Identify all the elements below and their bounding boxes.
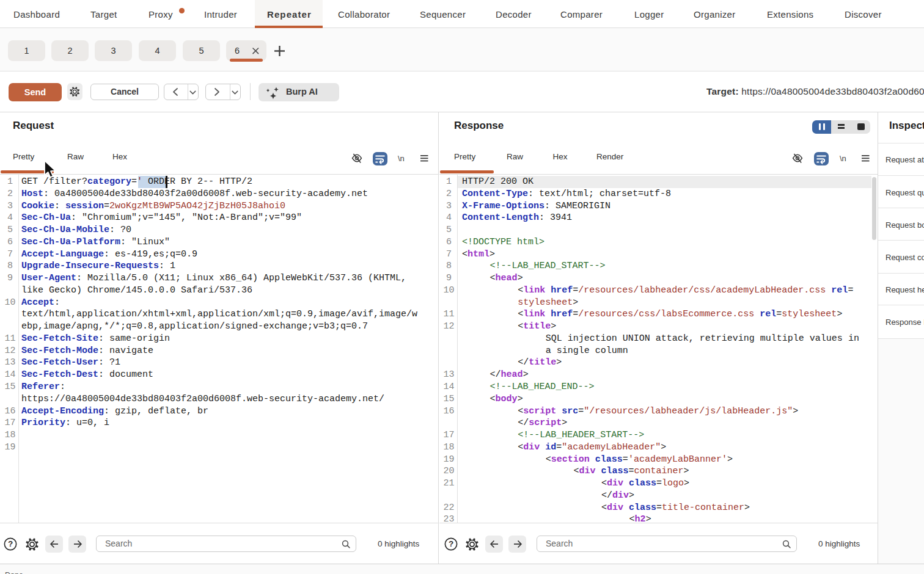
svg-text:?: ? bbox=[8, 539, 13, 548]
svg-text:?: ? bbox=[449, 539, 453, 548]
